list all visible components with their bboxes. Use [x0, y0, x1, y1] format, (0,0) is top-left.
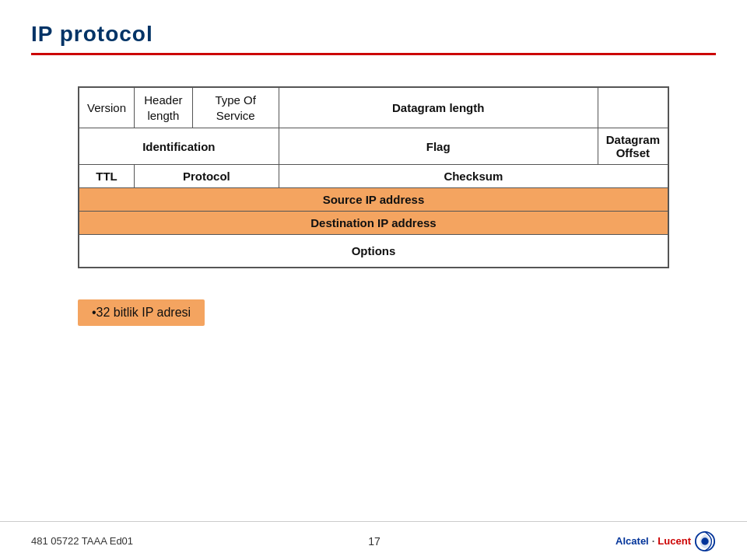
cell-type-of-service: Type OfService — [192, 87, 279, 128]
footer-course-code: 481 05722 TAAA Ed01 — [31, 535, 133, 547]
cell-datagram-length: Datagram length — [279, 87, 598, 128]
cell-ttl: TTL — [79, 165, 135, 188]
cell-identification: Identification — [79, 128, 279, 165]
lucent-icon — [694, 530, 716, 552]
cell-destination-ip: Destination IP address — [79, 212, 668, 235]
page-header: IP protocol — [0, 0, 747, 47]
footer-logo: Alcatel · Lucent — [615, 530, 716, 552]
cell-source-ip: Source IP address — [79, 188, 668, 212]
main-content: Version Headerlength Type OfService Data… — [0, 55, 747, 326]
page-footer: 481 05722 TAAA Ed01 17 Alcatel · Lucent — [0, 521, 747, 560]
lucent-text: Lucent — [658, 535, 691, 547]
table-row: TTL Protocol Checksum — [79, 165, 668, 188]
footer-page-number: 17 — [368, 535, 381, 548]
ip-protocol-table: Version Headerlength Type OfService Data… — [78, 86, 669, 268]
alcatel-text: Alcatel — [615, 535, 649, 547]
page-title: IP protocol — [31, 22, 716, 47]
cell-flag: Flag — [279, 128, 598, 165]
cell-options: Options — [79, 235, 668, 268]
table-row-destination: Destination IP address — [79, 212, 668, 235]
table-row-options: Options — [79, 235, 668, 268]
cell-version: Version — [79, 87, 135, 128]
table-row-source: Source IP address — [79, 188, 668, 212]
table-row: Version Headerlength Type OfService Data… — [79, 87, 668, 128]
dot-separator: · — [652, 535, 655, 547]
cell-protocol: Protocol — [135, 165, 279, 188]
bullet-note: •32 bitlik IP adresi — [78, 299, 205, 326]
cell-datagram-offset: Datagram Offset — [598, 128, 668, 165]
cell-checksum: Checksum — [279, 165, 668, 188]
cell-header-length: Headerlength — [135, 87, 193, 128]
table-row: Identification Flag Datagram Offset — [79, 128, 668, 165]
svg-point-1 — [701, 537, 708, 544]
